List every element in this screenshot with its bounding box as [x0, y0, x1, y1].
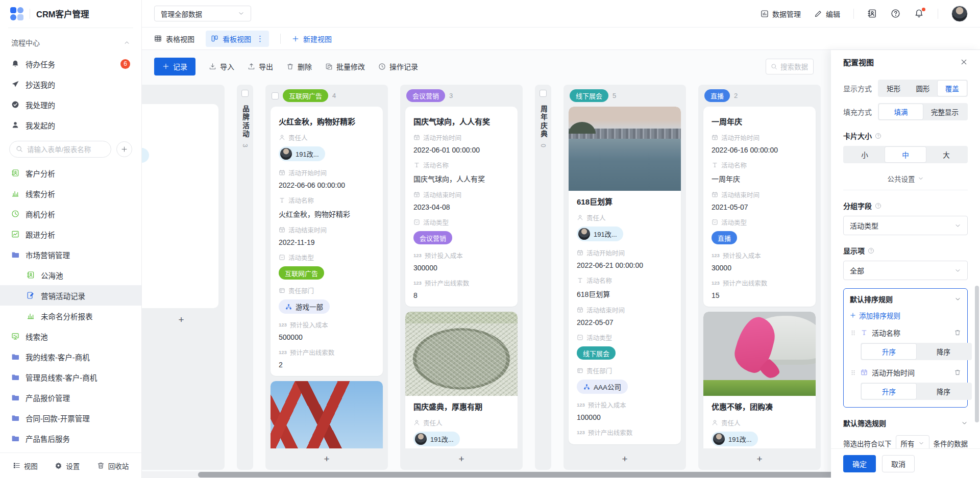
sidebar-item-市场营销管理[interactable]: 市场营销管理	[0, 244, 141, 265]
sort-direction-option-降序[interactable]: 降序	[916, 384, 971, 399]
footer-视图[interactable]: 视图	[13, 461, 38, 471]
column-checkbox[interactable]	[241, 90, 249, 97]
user-avatar[interactable]	[951, 6, 968, 22]
drag-handle-icon[interactable]	[850, 369, 856, 376]
panel-scrollbar-thumb[interactable]	[975, 286, 979, 422]
sort-direction-option-升序[interactable]: 升序	[862, 384, 916, 399]
drag-handle-icon[interactable]	[850, 330, 856, 336]
add-card-button[interactable]: +	[265, 448, 388, 470]
sidebar-item-我处理的[interactable]: 我处理的	[0, 94, 141, 115]
sidebar-item-公海池[interactable]: 公海池	[0, 265, 141, 285]
sidebar-item-客户分析[interactable]: 客户分析	[0, 163, 141, 183]
field-label: 活动类型	[586, 333, 612, 342]
confirm-button[interactable]: 确定	[843, 455, 876, 472]
sidebar-item-商机分析[interactable]: 商机分析	[0, 204, 141, 224]
add-card-button[interactable]: +	[564, 448, 686, 470]
sidebar-item-跟进分析[interactable]: 跟进分析	[0, 224, 141, 244]
sidebar-item-线索分析[interactable]: 线索分析	[0, 183, 141, 204]
record-card[interactable]	[271, 381, 383, 448]
field-label-row: 活动类型	[712, 217, 807, 227]
record-card[interactable]: 国庆气球向，人人有奖活动开始时间2022-06-01 00:00:00活动名称国…	[405, 107, 518, 307]
number-icon: 123	[413, 280, 422, 286]
sidebar-search-input[interactable]: 请输入表单/报表名称	[9, 141, 111, 158]
cancel-button[interactable]: 取消	[882, 455, 915, 472]
calendar-icon	[577, 249, 583, 256]
search-icon	[771, 63, 777, 70]
collapsed-column-品牌活动[interactable]: 品牌活动3	[237, 85, 253, 470]
fill-mode-option-完整显示[interactable]: 完整显示	[923, 104, 967, 119]
toolbar-item-label: 操作记录	[389, 61, 418, 71]
record-card[interactable]: 一周年庆活动开始时间2022-06-16 00:00:00活动名称一周年庆活动结…	[703, 107, 816, 307]
tab-table-view[interactable]: 表格视图	[154, 34, 194, 44]
board-search-input[interactable]: 搜索数据	[766, 59, 814, 74]
group-field-select[interactable]: 活动类型	[843, 216, 968, 235]
edit-button[interactable]: 编辑	[814, 9, 840, 19]
notification-button[interactable]	[914, 9, 924, 19]
sidebar-item-产品售后服务[interactable]: 产品售后服务	[0, 428, 141, 448]
close-icon[interactable]	[960, 58, 968, 66]
record-card[interactable]: 0:04:43	[142, 104, 218, 308]
card-image-pink-dolphin	[703, 312, 816, 396]
filter-rules-header[interactable]: 默认筛选规则	[843, 418, 968, 428]
sort-direction-option-降序[interactable]: 降序	[916, 344, 971, 359]
add-sort-rule-button[interactable]: 添加排序规则	[850, 310, 961, 320]
field-value: 2	[279, 361, 375, 369]
sidebar-item-我的线索-客户-商机[interactable]: 我的线索-客户-商机	[0, 346, 141, 367]
fill-mode-option-填满[interactable]: 填满	[879, 104, 923, 119]
sort-direction-option-升序[interactable]: 升序	[862, 344, 916, 359]
sidebar-item-未命名分析报表[interactable]: 未命名分析报表	[0, 306, 141, 326]
field-value: 500000	[279, 333, 375, 341]
trash-icon	[286, 63, 294, 70]
collapsed-column-周年庆典[interactable]: 周年庆典0	[535, 85, 551, 470]
card-size-option-大[interactable]: 大	[926, 147, 967, 162]
more-options-icon[interactable]: ⋮	[256, 34, 264, 43]
display-mode-option-矩形[interactable]: 矩形	[879, 81, 908, 96]
sort-rules-header[interactable]: 默认排序规则	[850, 294, 961, 304]
record-card[interactable]: 618巨划算责任人191改...活动开始时间2022-06-21 00:00:0…	[569, 107, 681, 444]
add-card-button[interactable]: +	[142, 309, 225, 331]
sidebar-item-管理员线索-客户-商机[interactable]: 管理员线索-客户-商机	[0, 367, 141, 387]
data-scope-select[interactable]: 管理全部数据	[154, 6, 251, 21]
trash-icon[interactable]	[954, 329, 961, 336]
tab-kanban-view[interactable]: 看板视图 ⋮	[206, 31, 269, 47]
data-manage-button[interactable]: 数据管理	[761, 9, 801, 19]
column-checkbox[interactable]	[272, 92, 279, 99]
sidebar-item-营销活动记录[interactable]: 营销活动记录	[0, 285, 141, 306]
sidebar-section-process[interactable]: 流程中心	[0, 31, 141, 54]
card-size-option-小[interactable]: 小	[844, 147, 885, 162]
search-placeholder: 搜索数据	[780, 61, 808, 71]
add-card-button[interactable]: +	[400, 448, 523, 470]
add-record-button[interactable]: 记录	[154, 58, 195, 76]
sidebar-item-合同-回款-开票管理[interactable]: 合同-回款-开票管理	[0, 408, 141, 428]
record-card[interactable]: 火红金秋，购物好精彩责任人191改...活动开始时间2022-06-06 00:…	[271, 107, 383, 376]
display-items-select[interactable]: 全部	[843, 261, 968, 280]
field-label: 活动类型	[721, 217, 747, 227]
toolbar-导出[interactable]: 导出	[248, 61, 273, 71]
card-size-option-中[interactable]: 中	[885, 147, 926, 162]
trash-icon[interactable]	[954, 369, 961, 376]
toolbar-删除[interactable]: 删除	[286, 61, 312, 71]
record-card[interactable]: 国庆盛典，厚惠有期责任人191改...	[405, 312, 518, 448]
sidebar-item-我发起的[interactable]: 我发起的	[0, 115, 141, 135]
sidebar-item-产品报价管理[interactable]: 产品报价管理	[0, 387, 141, 408]
contacts-button[interactable]	[867, 9, 877, 19]
toolbar-导入[interactable]: 导入	[209, 61, 234, 71]
sidebar-item-待办任务[interactable]: 待办任务6	[0, 54, 141, 74]
column-checkbox[interactable]	[540, 90, 547, 97]
add-form-button[interactable]	[116, 141, 132, 157]
add-card-button[interactable]: +	[698, 448, 821, 470]
sidebar-item-线索池[interactable]: 线索池	[0, 326, 141, 346]
display-mode-option-覆盖[interactable]: 覆盖	[938, 81, 967, 96]
toolbar-操作记录[interactable]: 操作记录	[378, 61, 418, 71]
create-view-button[interactable]: 新建视图	[292, 34, 332, 44]
common-settings-toggle[interactable]: 公共设置	[843, 173, 968, 184]
toolbar-批量修改[interactable]: 批量修改	[325, 61, 365, 71]
footer-回收站[interactable]: 回收站	[97, 461, 129, 471]
display-mode-option-圆形[interactable]: 圆形	[908, 81, 937, 96]
record-card[interactable]: 优惠不够，团购凑责任人191改...	[703, 312, 816, 448]
help-button[interactable]	[891, 9, 901, 19]
field-label-row: 活动开始时间	[413, 133, 509, 142]
sidebar-item-label: 待办任务	[26, 59, 55, 69]
footer-设置[interactable]: 设置	[55, 461, 80, 471]
sidebar-item-抄送我的[interactable]: 抄送我的	[0, 74, 141, 94]
